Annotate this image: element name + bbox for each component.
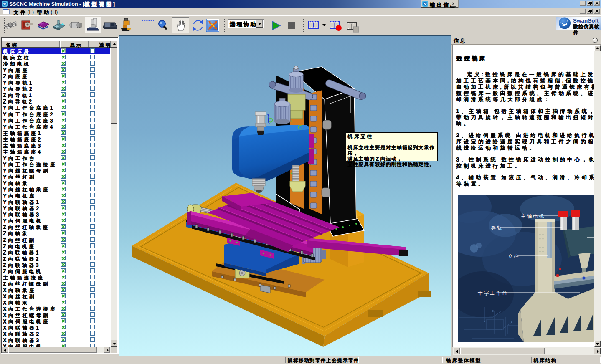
svg-text:立柱: 立柱 (508, 253, 520, 259)
svg-text:十字工作台: 十字工作台 (478, 290, 508, 296)
svg-text:主轴电机: 主轴电机 (521, 213, 545, 219)
svg-text:导轨: 导轨 (491, 225, 503, 231)
